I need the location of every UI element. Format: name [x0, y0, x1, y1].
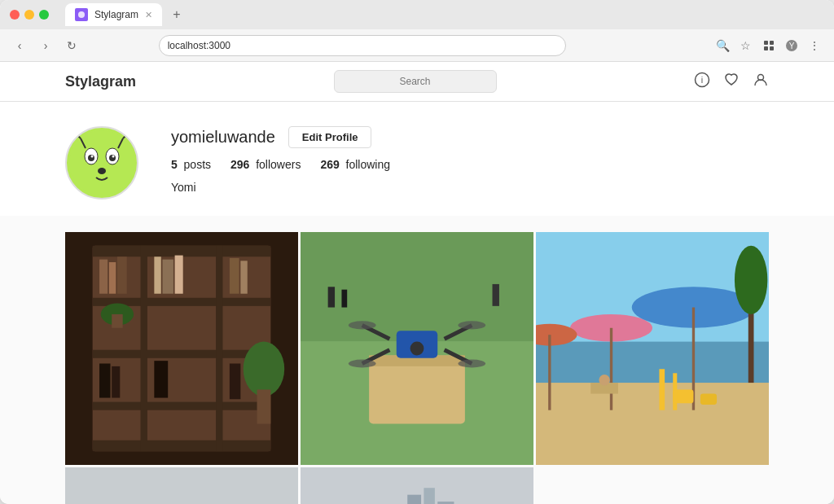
svg-text:i: i: [701, 75, 703, 85]
edit-profile-button[interactable]: Edit Profile: [288, 126, 372, 148]
active-tab[interactable]: Stylagram ✕: [65, 3, 162, 26]
post-item[interactable]: [301, 232, 533, 465]
followers-stat: 296 followers: [230, 158, 301, 171]
svg-rect-24: [93, 246, 271, 256]
refresh-button[interactable]: ↻: [62, 36, 81, 55]
post-item[interactable]: [65, 467, 298, 504]
extensions-icon[interactable]: [759, 36, 779, 55]
info-icon[interactable]: i: [694, 72, 710, 91]
menu-icon[interactable]: ⋮: [805, 36, 824, 55]
svg-text:Y: Y: [789, 42, 795, 50]
profile-header: yomieluwande Edit Profile: [171, 126, 390, 148]
profile-icon[interactable]: Y: [782, 36, 801, 55]
svg-rect-36: [175, 256, 183, 294]
search-toolbar-icon[interactable]: 🔍: [713, 36, 733, 55]
minimize-button[interactable]: [24, 10, 34, 20]
svg-rect-32: [109, 262, 116, 294]
tab-close-icon[interactable]: ✕: [145, 10, 152, 20]
svg-rect-63: [341, 290, 347, 308]
svg-rect-27: [93, 402, 271, 410]
svg-rect-102: [407, 495, 421, 504]
svg-point-75: [599, 375, 609, 385]
svg-rect-64: [493, 284, 499, 306]
svg-rect-2: [770, 41, 774, 45]
app-nav-icons: i: [694, 72, 769, 91]
svg-point-16: [112, 156, 115, 158]
post-item[interactable]: [65, 232, 298, 465]
svg-rect-34: [154, 256, 160, 293]
tab-area: Stylagram ✕ +: [65, 3, 188, 26]
svg-rect-103: [424, 488, 434, 504]
heart-icon[interactable]: [723, 72, 740, 91]
svg-rect-77: [700, 394, 717, 405]
svg-rect-1: [764, 41, 768, 45]
svg-line-20: [123, 135, 126, 138]
posts-count: 5: [171, 158, 178, 171]
svg-point-0: [78, 11, 85, 18]
svg-point-10: [69, 130, 134, 195]
traffic-lights: [10, 10, 49, 20]
avatar-wrapper: [65, 126, 138, 199]
following-count: 269: [320, 158, 339, 171]
tab-favicon: [75, 8, 88, 21]
close-button[interactable]: [10, 10, 20, 20]
svg-rect-46: [257, 389, 271, 423]
address-bar[interactable]: localhost:3000: [159, 35, 566, 56]
svg-rect-33: [117, 256, 127, 293]
svg-rect-79: [673, 373, 677, 410]
post-item[interactable]: [301, 467, 533, 504]
svg-rect-30: [216, 246, 222, 451]
svg-rect-42: [112, 366, 120, 398]
svg-point-15: [91, 156, 94, 158]
forward-button[interactable]: ›: [36, 36, 55, 55]
svg-point-81: [735, 246, 767, 314]
svg-point-60: [458, 359, 485, 367]
star-icon[interactable]: ☆: [736, 36, 756, 55]
toolbar-icons: 🔍 ☆ Y ⋮: [713, 36, 824, 55]
svg-rect-82: [65, 467, 298, 504]
profile-username: yomieluwande: [171, 128, 275, 147]
svg-rect-41: [99, 364, 110, 398]
svg-point-21: [98, 168, 106, 174]
posts-stat: 5 posts: [171, 158, 211, 171]
user-profile-icon[interactable]: [753, 72, 769, 91]
following-label: following: [346, 158, 390, 171]
search-input[interactable]: [334, 70, 497, 93]
svg-rect-37: [230, 258, 239, 294]
svg-rect-43: [154, 361, 168, 397]
svg-rect-4: [770, 46, 774, 50]
posts-grid: [0, 216, 834, 504]
svg-rect-28: [93, 440, 271, 451]
svg-point-58: [458, 321, 485, 329]
svg-line-18: [77, 135, 81, 138]
profile-bio: Yomi: [171, 181, 390, 194]
app-header: Stylagram i: [0, 62, 834, 102]
svg-point-45: [244, 342, 284, 397]
svg-rect-78: [659, 369, 665, 410]
svg-rect-26: [93, 350, 271, 358]
svg-rect-67: [536, 383, 769, 465]
maximize-button[interactable]: [39, 10, 49, 20]
new-tab-button[interactable]: +: [165, 3, 188, 26]
post-item[interactable]: [536, 232, 769, 465]
avatar: [65, 126, 138, 199]
svg-rect-38: [240, 261, 247, 293]
page-content: Stylagram i: [0, 62, 834, 504]
svg-rect-40: [112, 314, 122, 328]
followers-label: followers: [256, 158, 301, 171]
svg-rect-3: [764, 46, 768, 50]
svg-point-57: [349, 321, 376, 329]
following-stat: 269 following: [320, 158, 390, 171]
followers-count: 296: [230, 158, 249, 171]
svg-rect-29: [141, 246, 147, 451]
back-button[interactable]: ‹: [10, 36, 29, 55]
browser-toolbar: ‹ › ↻ localhost:3000 🔍 ☆ Y ⋮: [0, 29, 834, 62]
browser-window: Stylagram ✕ + ‹ › ↻ localhost:3000 🔍 ☆ Y…: [0, 0, 834, 504]
svg-rect-44: [230, 364, 240, 400]
profile-section: yomieluwande Edit Profile 5 posts 296 fo…: [0, 102, 834, 216]
svg-rect-35: [162, 260, 173, 294]
profile-stats: 5 posts 296 followers 269 following: [171, 158, 390, 171]
svg-rect-62: [328, 287, 335, 307]
url-text: localhost:3000: [168, 40, 230, 51]
browser-titlebar: Stylagram ✕ +: [0, 0, 834, 29]
